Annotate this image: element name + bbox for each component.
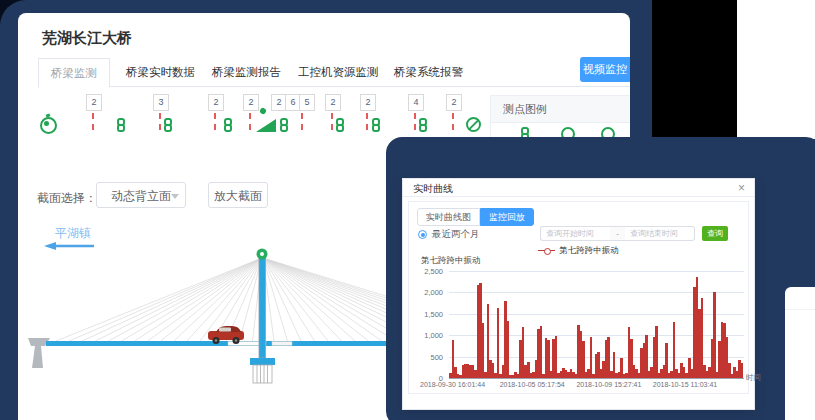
x-tick-label: 2018-10-15 11:03:41 — [653, 381, 717, 388]
chart-bar — [555, 336, 558, 378]
query-button[interactable]: 查询 — [702, 226, 728, 241]
legend-marker-icon — [538, 247, 555, 254]
sensor-dash-marker — [331, 113, 333, 130]
tab-monitor-playback[interactable]: 监控回放 — [480, 208, 534, 226]
x-tick-label: 2018-09-30 16:01:44 — [420, 381, 485, 388]
y-tick-label: 2,500 — [411, 267, 443, 276]
sensor-dash-marker — [452, 113, 454, 130]
sensor-dash-marker — [414, 113, 416, 130]
sensor-count-badge: 2 — [360, 94, 376, 111]
y-tick-label: 1,000 — [411, 331, 443, 340]
x-axis-name: 时间 — [746, 373, 761, 383]
sensor-count-badge: 2 — [86, 94, 102, 111]
radio-last-two-months[interactable] — [418, 230, 427, 239]
sensor-dash-marker — [92, 113, 94, 130]
legend-panel-header: 测点图例 — [491, 96, 630, 123]
tab-monitor-report[interactable]: 桥梁监测报告 — [212, 65, 281, 80]
disabled-sensor-icon[interactable] — [466, 117, 481, 132]
sensor-count-badge: 2 — [325, 94, 341, 111]
section-select-label: 截面选择： — [37, 190, 97, 207]
black-screen-region — [652, 0, 737, 139]
chart-bar — [713, 292, 716, 378]
chain-sensor-icon[interactable] — [164, 118, 176, 136]
tab-ipc-resource[interactable]: 工控机资源监测 — [298, 65, 379, 80]
chain-sensor-icon[interactable] — [372, 118, 384, 136]
chart-plot-area — [449, 271, 744, 379]
sensor-dash-marker — [159, 113, 161, 130]
tab-bridge-monitor[interactable]: 桥梁监测 — [38, 58, 110, 88]
section-select-value: 动态背立面 — [111, 189, 171, 203]
chevron-down-icon — [171, 194, 179, 199]
date-separator: - — [610, 226, 625, 241]
chart-bar — [497, 308, 500, 378]
end-time-input[interactable]: 查询结束时间 — [625, 226, 695, 241]
sensor-count-badge: 4 — [408, 94, 424, 111]
y-tick-label: 500 — [411, 353, 443, 362]
bridge-diagram — [20, 248, 388, 420]
chain-sensor-icon[interactable] — [280, 118, 292, 136]
x-tick-label: 2018-10-09 15:27:41 — [576, 381, 641, 388]
sensor-count-badge: 5 — [299, 94, 315, 111]
zoom-section-button[interactable]: 放大截面 — [208, 182, 268, 208]
chart-bar — [540, 326, 543, 378]
sensor-count-badge: 2 — [243, 94, 259, 111]
y-tick-label: 1,500 — [411, 310, 443, 319]
start-time-input[interactable]: 查询开始时间 — [540, 226, 610, 241]
screenshot-canvas: 芜湖长江大桥 桥梁监测 桥梁实时数据 桥梁监测报告 工控机资源监测 桥梁系统报警… — [0, 0, 815, 420]
video-monitor-button[interactable]: 视频监控 — [580, 57, 630, 82]
sensor-dash-marker — [249, 113, 251, 130]
pier-foundation — [253, 365, 272, 383]
sensor-count-badge: 2 — [446, 94, 462, 111]
dialog-header: 实时曲线 × — [403, 179, 754, 197]
chart-bar — [482, 323, 485, 378]
date-range-inputs: 查询开始时间 - 查询结束时间 — [540, 226, 695, 241]
overlay-window-page: 测点图例 温度 （9） 对比分析 对比分析 测点列表 — [785, 287, 815, 420]
y-tick-label: 2,000 — [411, 288, 443, 297]
chart-bar — [741, 363, 744, 378]
chart-bar — [507, 321, 510, 378]
deck-expansion-joint — [272, 342, 292, 346]
chart-bar — [655, 326, 658, 378]
section-select-dropdown[interactable]: 动态背立面 — [96, 182, 186, 208]
tower-top-sensor-icon[interactable] — [257, 249, 268, 260]
chain-sensor-icon[interactable] — [336, 118, 348, 136]
bridge-tower — [259, 256, 266, 358]
tab-realtime-curve[interactable]: 实时曲线图 — [417, 208, 480, 226]
main-tabbar: 桥梁监测 桥梁实时数据 桥梁监测报告 工控机资源监测 桥梁系统报警 — [42, 58, 630, 87]
dialog-title: 实时曲线 — [413, 182, 453, 196]
dialog-tabs: 实时曲线图 监控回放 — [417, 208, 534, 226]
chain-sensor-icon[interactable] — [224, 118, 236, 136]
tab-realtime-data[interactable]: 桥梁实时数据 — [126, 65, 195, 80]
divider — [785, 309, 815, 310]
sensor-dash-marker — [366, 113, 368, 130]
pier-cap — [250, 358, 275, 365]
sensor-dash-marker — [301, 113, 303, 130]
bridge-left-side-label: 平湖镇 — [55, 225, 91, 242]
slope-sensor-icon[interactable] — [256, 119, 276, 132]
x-tick-label: 2018-10-05 05:17:54 — [500, 381, 565, 388]
sensor-dash-marker — [214, 113, 216, 130]
tab-system-alarm[interactable]: 桥梁系统报警 — [394, 65, 463, 80]
chart-bar — [590, 337, 593, 378]
legend-series-name: 第七跨跨中振动 — [559, 245, 619, 255]
sensor-count-badge: 2 — [208, 94, 224, 111]
radio-label: 最近两个月 — [432, 228, 480, 241]
chain-sensor-icon[interactable] — [419, 118, 431, 136]
page-title: 芜湖长江大桥 — [42, 29, 132, 48]
dialog-body-panel: 实时曲线图 监控回放 最近两个月 查询开始时间 - 查询结束时间 查询 第七跨跨… — [408, 201, 749, 394]
chain-sensor-icon[interactable] — [117, 118, 129, 136]
realtime-curve-dialog: 实时曲线 × 实时曲线图 监控回放 最近两个月 查询开始时间 - 查询结束时间 … — [402, 178, 755, 410]
gauge-icon[interactable] — [40, 117, 57, 134]
close-icon[interactable]: × — [738, 181, 745, 195]
sensor-count-badge: 3 — [153, 94, 169, 111]
chart-title: 第七跨跨中振动 — [421, 255, 481, 267]
